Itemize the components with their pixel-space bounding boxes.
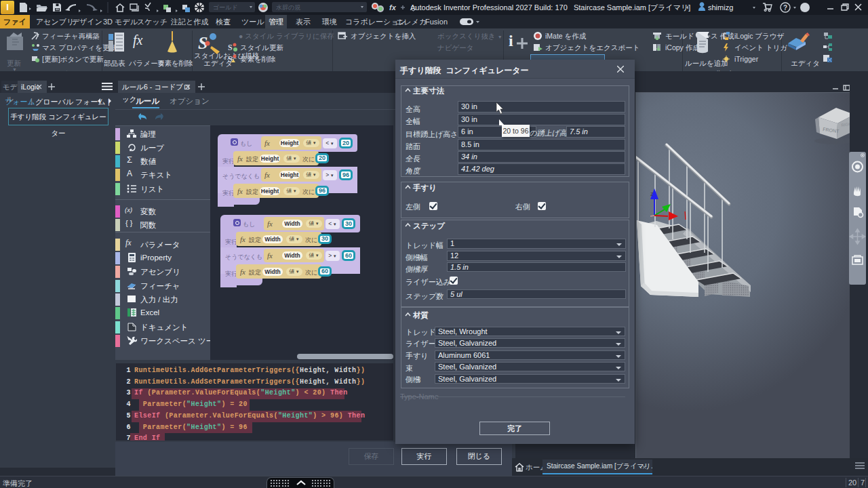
- svg-text:i: i: [509, 32, 513, 49]
- svg-text:shimizg: shimizg: [708, 3, 733, 12]
- svg-text:?: ?: [783, 4, 787, 12]
- svg-text:水辞の規: 水辞の規: [276, 4, 300, 11]
- svg-text:fx: fx: [389, 3, 397, 12]
- svg-text:Z: Z: [650, 192, 654, 197]
- svg-text:ゴールド: ゴールド: [213, 4, 238, 11]
- svg-text:S: S: [228, 43, 233, 52]
